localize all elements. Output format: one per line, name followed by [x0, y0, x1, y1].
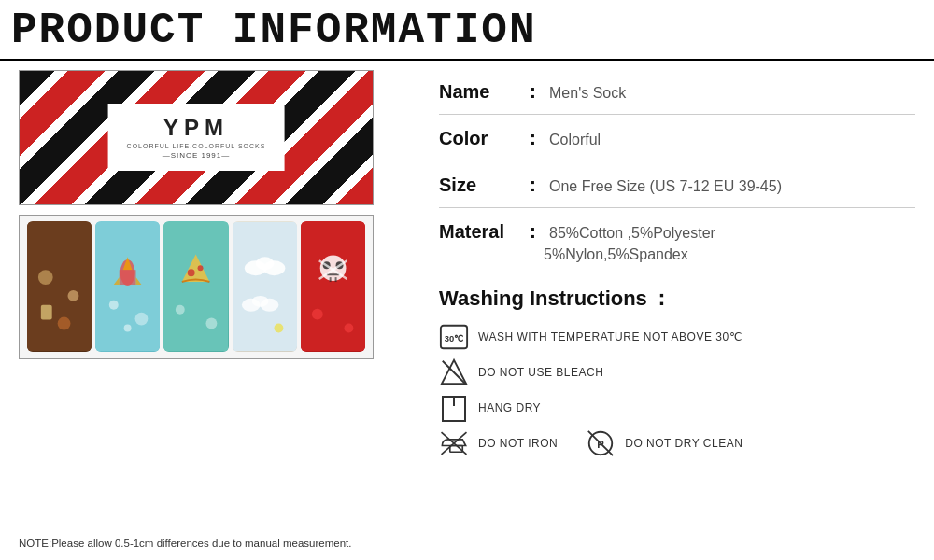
socks-image	[19, 215, 374, 359]
svg-point-23	[262, 260, 285, 275]
svg-point-13	[124, 325, 132, 332]
svg-rect-34	[334, 277, 336, 282]
no-bleach-text: DO NOT USE BLEACH	[478, 366, 603, 379]
sock-5	[301, 221, 365, 352]
no-iron-text: DO NOT IRON	[478, 437, 558, 450]
no-bleach-item: DO NOT USE BLEACH	[439, 357, 915, 387]
no-bleach-icon	[439, 357, 469, 387]
name-colon: ：	[523, 79, 542, 105]
sock-5-pattern	[301, 221, 365, 352]
page: PRODUCT INFORMATION YPM COLORFUL LIFE,CO…	[0, 0, 934, 560]
svg-point-16	[188, 269, 195, 276]
no-dry-clean-item: P DO NOT DRY CLEAN	[586, 428, 743, 458]
size-value: One Free Size (US 7-12 EU 39-45)	[549, 178, 782, 195]
brand-subtitle: COLORFUL LIFE,COLORFUL SOCKS	[127, 143, 266, 149]
color-value: Colorful	[549, 132, 601, 148]
hang-dry-item: HANG DRY	[439, 393, 915, 423]
hang-dry-text: HANG DRY	[478, 401, 541, 414]
left-section: YPM COLORFUL LIFE,COLORFUL SOCKS —SINCE …	[19, 70, 420, 458]
bottom-wash-row: DO NOT IRON P DO NOT DRY CLEAN	[439, 428, 915, 458]
svg-point-17	[198, 265, 204, 271]
washing-colon: ：	[651, 285, 672, 313]
product-box-image: YPM COLORFUL LIFE,COLORFUL SOCKS —SINCE …	[19, 70, 374, 205]
svg-point-12	[135, 313, 149, 326]
svg-point-27	[274, 324, 283, 333]
no-iron-icon	[439, 428, 469, 458]
sock-4	[233, 221, 297, 352]
brand-name: YPM	[127, 115, 266, 141]
washing-instructions: 30℃ WASH WITH TEMPERATURE NOT ABOVE 30℃ …	[439, 322, 915, 458]
size-colon: ：	[523, 173, 542, 198]
wash-temp-icon: 30℃	[439, 322, 469, 352]
no-iron-item: DO NOT IRON	[439, 428, 558, 458]
washing-header: Washing Instructions ：	[439, 285, 915, 313]
box-label: YPM COLORFUL LIFE,COLORFUL SOCKS —SINCE …	[108, 104, 285, 171]
page-title: PRODUCT INFORMATION	[11, 7, 923, 55]
svg-rect-3	[41, 305, 52, 320]
svg-point-19	[206, 318, 218, 329]
svg-point-26	[260, 299, 278, 312]
no-dry-clean-svg: P	[586, 427, 616, 459]
sock-3-pattern	[163, 221, 228, 352]
name-row: Name ： Men's Sock	[439, 79, 915, 115]
svg-point-1	[38, 270, 53, 285]
hang-dry-icon	[439, 393, 469, 423]
svg-point-2	[67, 290, 78, 301]
stripe-bg: YPM COLORFUL LIFE,COLORFUL SOCKS —SINCE …	[20, 71, 373, 204]
svg-point-38	[344, 324, 353, 333]
main-content: YPM COLORFUL LIFE,COLORFUL SOCKS —SINCE …	[0, 61, 934, 468]
brand-since: —SINCE 1991—	[127, 151, 266, 160]
sock-3	[163, 221, 228, 352]
color-row: Color ： Colorful	[439, 126, 915, 161]
hang-dry-svg	[441, 392, 467, 424]
sock-2-pattern	[95, 221, 160, 352]
no-bleach-svg	[439, 357, 469, 388]
material-first-line: Materal ： 85%Cotton ,5%Polyester	[439, 219, 915, 245]
svg-point-37	[312, 309, 323, 320]
material-value-2: 5%Nylon,5%Spandex	[544, 246, 915, 263]
svg-text:30℃: 30℃	[445, 332, 463, 343]
sock-1-pattern	[27, 221, 92, 352]
svg-rect-14	[163, 222, 228, 351]
svg-rect-28	[301, 222, 365, 351]
material-row: Materal ： 85%Cotton ,5%Polyester 5%Nylon…	[439, 219, 915, 273]
size-label: Size	[439, 175, 523, 196]
svg-rect-0	[27, 222, 92, 351]
sock-1	[27, 221, 92, 352]
svg-rect-5	[95, 222, 160, 351]
sock-2	[95, 221, 160, 352]
svg-rect-33	[329, 277, 331, 282]
wash-temp-svg: 30℃	[439, 321, 469, 353]
right-section: Name ： Men's Sock Color ： Colorful Size …	[439, 70, 915, 458]
material-label: Materal	[439, 221, 523, 243]
svg-line-42	[443, 360, 465, 383]
washing-label: Washing Instructions	[439, 287, 647, 311]
svg-rect-20	[233, 222, 297, 351]
svg-point-18	[176, 305, 185, 315]
svg-point-4	[58, 317, 71, 330]
no-iron-svg	[439, 427, 469, 459]
material-value-1: 85%Cotton ,5%Polyester	[549, 225, 715, 242]
name-label: Name	[439, 81, 523, 103]
no-dry-clean-icon: P	[586, 428, 616, 458]
size-row: Size ： One Free Size (US 7-12 EU 39-45)	[439, 173, 915, 208]
material-colon: ：	[523, 219, 542, 245]
svg-point-11	[109, 301, 119, 310]
name-value: Men's Sock	[549, 85, 626, 102]
wash-temp-item: 30℃ WASH WITH TEMPERATURE NOT ABOVE 30℃	[439, 322, 915, 352]
color-label: Color	[439, 128, 523, 149]
svg-rect-8	[120, 270, 136, 285]
color-colon: ：	[523, 126, 542, 151]
sock-4-pattern	[233, 221, 297, 352]
note-text: NOTE:Please allow 0.5-1cm differences du…	[19, 538, 351, 549]
wash-temp-text: WASH WITH TEMPERATURE NOT ABOVE 30℃	[478, 330, 742, 343]
no-dry-clean-text: DO NOT DRY CLEAN	[625, 437, 743, 450]
header: PRODUCT INFORMATION	[0, 0, 934, 61]
